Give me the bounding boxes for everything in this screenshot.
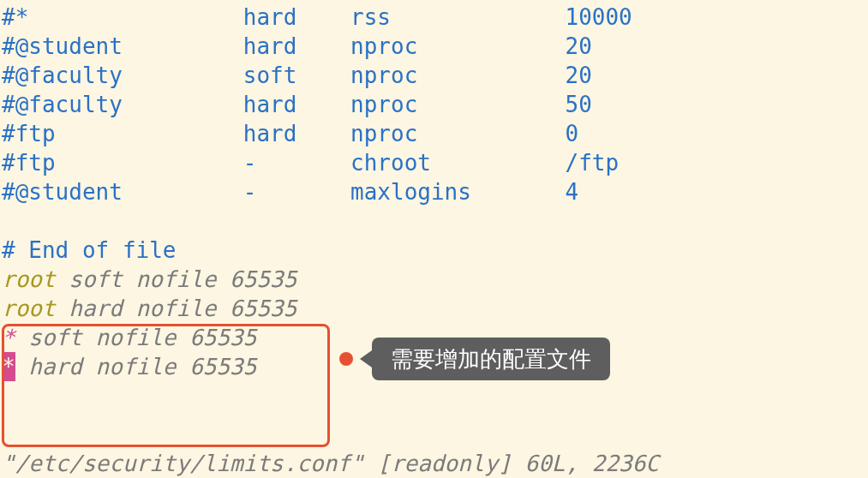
config-line: root soft nofile 65535 [2,265,866,294]
comment-line: #* hard rss 10000 [2,3,866,32]
comment-line: #@student hard nproc 20 [2,32,866,61]
user-root: root [2,266,56,292]
config-line: root hard nofile 65535 [2,294,866,323]
comment-line: #@faculty hard nproc 50 [2,90,866,119]
user-root: root [2,296,56,321]
comment-line: #ftp hard nproc 0 [2,119,866,148]
comment-line: #@student - maxlogins 4 [2,177,866,206]
comment-line: #@faculty soft nproc 20 [2,61,866,90]
callout-text: 需要增加的配置文件 [391,346,591,372]
annotation-highlight-box [2,324,330,447]
annotation-callout: 需要增加的配置文件 [372,338,610,380]
end-of-file-comment: # End of file [2,236,866,265]
annotation-dot [339,352,353,366]
comment-line: #ftp - chroot /ftp [2,148,866,177]
blank-line [2,206,866,236]
vim-status-line: "/etc/security/limits.conf" [readonly] 6… [2,449,659,478]
